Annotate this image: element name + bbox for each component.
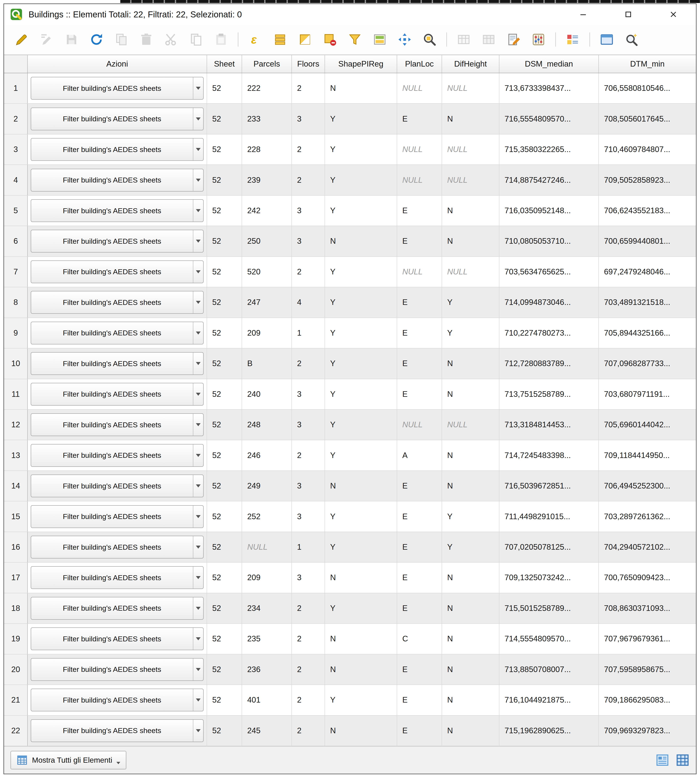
filter-aedes-button[interactable]: Filter building's AEDES sheets (31, 260, 203, 283)
cell-planloc[interactable]: NULL (397, 165, 442, 195)
cell-planloc[interactable]: E (397, 348, 442, 378)
row-number[interactable]: 14 (4, 471, 28, 501)
cell-parcels[interactable]: 234 (242, 593, 292, 623)
cell-parcels[interactable]: 250 (242, 226, 292, 256)
cell-shapepireg[interactable]: N (325, 73, 397, 103)
cell-dtm-min[interactable]: 707,5958958675... (599, 654, 696, 684)
cell-floors[interactable]: 2 (292, 593, 325, 623)
action-dropdown-button[interactable] (193, 536, 203, 558)
cell-dtm-min[interactable]: 708,8630371093... (599, 593, 696, 623)
cell-parcels[interactable]: 222 (242, 73, 292, 103)
search-settings-icon[interactable] (622, 29, 642, 50)
cell-floors[interactable]: 2 (292, 685, 325, 715)
cell-difheight[interactable]: N (442, 104, 499, 134)
filter-aedes-button[interactable]: Filter building's AEDES sheets (31, 352, 203, 375)
cell-dtm-min[interactable]: 703,2897261362... (599, 501, 696, 531)
cell-dsm-median[interactable]: 713,3184814453... (499, 410, 599, 440)
cell-parcels[interactable]: 245 (242, 716, 292, 746)
row-number[interactable]: 20 (4, 654, 28, 684)
cell-planloc[interactable]: E (397, 196, 442, 226)
cell-dtm-min[interactable]: 703,6807971191... (599, 379, 696, 409)
cell-floors[interactable]: 3 (292, 563, 325, 593)
cell-parcels[interactable]: 252 (242, 501, 292, 531)
filter-aedes-button[interactable]: Filter building's AEDES sheets (31, 383, 203, 406)
cell-dsm-median[interactable]: 714,0994873046... (499, 287, 599, 317)
cell-planloc[interactable]: E (397, 593, 442, 623)
multiedit-fields-icon[interactable] (36, 29, 57, 50)
cell-shapepireg[interactable]: N (325, 654, 397, 684)
filter-aedes-button[interactable]: Filter building's AEDES sheets (31, 230, 203, 253)
feature-filter-mode-button[interactable]: Mostra Tutti gli Elementi (10, 751, 126, 769)
cell-floors[interactable]: 2 (292, 257, 325, 287)
cell-dtm-min[interactable]: 709,9693297823... (599, 716, 696, 746)
action-dropdown-button[interactable] (193, 628, 203, 650)
filter-aedes-button[interactable]: Filter building's AEDES sheets (31, 138, 203, 161)
save-edits-icon[interactable] (61, 29, 82, 50)
cell-sheet[interactable]: 52 (207, 410, 242, 440)
paste-cells-icon[interactable] (478, 29, 499, 50)
filter-aedes-button[interactable]: Filter building's AEDES sheets (31, 77, 203, 100)
action-dropdown-button[interactable] (193, 322, 203, 344)
cell-shapepireg[interactable]: Y (325, 287, 397, 317)
cell-planloc[interactable]: NULL (397, 73, 442, 103)
cell-dtm-min[interactable]: 709,5052858923... (599, 165, 696, 195)
cell-difheight[interactable]: NULL (442, 410, 499, 440)
cell-dtm-min[interactable]: 707,0968287733... (599, 348, 696, 378)
cell-floors[interactable]: 3 (292, 104, 325, 134)
action-dropdown-button[interactable] (193, 353, 203, 375)
cell-dsm-median[interactable]: 716,5554809570... (499, 104, 599, 134)
action-dropdown-button[interactable] (193, 475, 203, 497)
select-by-form-icon[interactable] (370, 29, 390, 50)
row-number[interactable]: 15 (4, 501, 28, 531)
column-header-parcels[interactable]: Parcels (242, 55, 292, 73)
filter-select-icon[interactable] (345, 29, 365, 50)
cell-shapepireg[interactable]: Y (325, 685, 397, 715)
action-dropdown-button[interactable] (193, 200, 203, 221)
action-dropdown-button[interactable] (193, 506, 203, 528)
cell-sheet[interactable]: 52 (207, 563, 242, 593)
cell-dtm-min[interactable]: 697,2479248046... (599, 257, 696, 287)
cell-shapepireg[interactable]: Y (325, 410, 397, 440)
cell-difheight[interactable]: Y (442, 318, 499, 348)
cell-dsm-median[interactable]: 712,7280883789... (499, 348, 599, 378)
cell-floors[interactable]: 3 (292, 471, 325, 501)
edit-attributes-icon[interactable] (503, 29, 524, 50)
cell-shapepireg[interactable]: N (325, 624, 397, 654)
row-number[interactable]: 18 (4, 593, 28, 623)
add-feature-icon[interactable] (111, 29, 132, 50)
select-all-icon[interactable] (270, 29, 290, 50)
cell-parcels[interactable]: 235 (242, 624, 292, 654)
cell-difheight[interactable]: N (442, 685, 499, 715)
row-number[interactable]: 4 (4, 165, 28, 195)
cell-shapepireg[interactable]: Y (325, 532, 397, 562)
cell-sheet[interactable]: 52 (207, 440, 242, 470)
cell-shapepireg[interactable]: Y (325, 379, 397, 409)
cell-sheet[interactable]: 52 (207, 165, 242, 195)
action-dropdown-button[interactable] (193, 77, 203, 99)
cell-parcels[interactable]: 236 (242, 654, 292, 684)
filter-aedes-button[interactable]: Filter building's AEDES sheets (31, 689, 203, 711)
cell-difheight[interactable]: Y (442, 501, 499, 531)
action-dropdown-button[interactable] (193, 414, 203, 436)
row-number[interactable]: 17 (4, 563, 28, 593)
cell-sheet[interactable]: 52 (207, 73, 242, 103)
cell-parcels[interactable]: B (242, 348, 292, 378)
cell-planloc[interactable]: E (397, 563, 442, 593)
cell-shapepireg[interactable]: Y (325, 257, 397, 287)
cell-difheight[interactable]: NULL (442, 135, 499, 165)
cell-difheight[interactable]: N (442, 593, 499, 623)
action-dropdown-button[interactable] (193, 138, 203, 160)
cell-parcels[interactable]: 239 (242, 165, 292, 195)
cell-dtm-min[interactable]: 709,1866295083... (599, 685, 696, 715)
cell-dtm-min[interactable]: 705,8944325166... (599, 318, 696, 348)
cell-parcels[interactable]: 228 (242, 135, 292, 165)
row-number[interactable]: 11 (4, 379, 28, 409)
cell-dtm-min[interactable]: 709,1184414950... (599, 440, 696, 470)
cell-floors[interactable]: 4 (292, 287, 325, 317)
invert-selection-icon[interactable] (295, 29, 315, 50)
cell-dtm-min[interactable]: 700,7650909423... (599, 563, 696, 593)
action-dropdown-button[interactable] (193, 291, 203, 313)
filter-aedes-button[interactable]: Filter building's AEDES sheets (31, 628, 203, 650)
dock-table-icon[interactable] (597, 29, 617, 50)
cell-sheet[interactable]: 52 (207, 379, 242, 409)
